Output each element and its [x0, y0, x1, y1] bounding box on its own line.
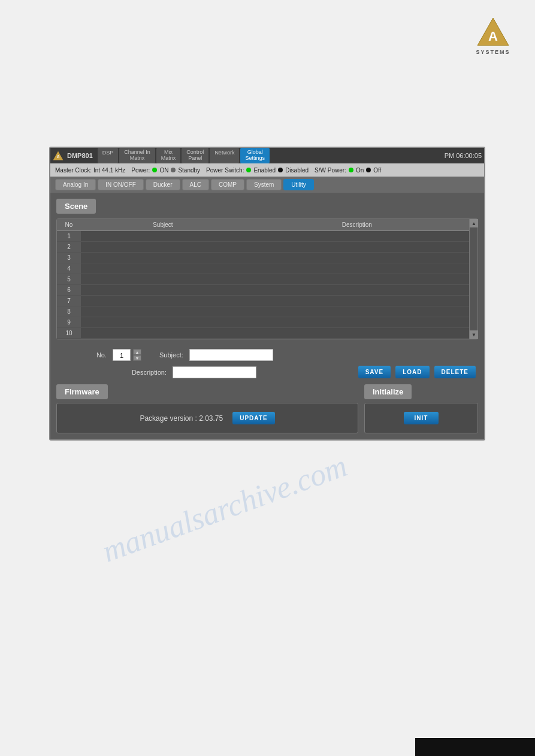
tab-in-onoff[interactable]: IN ON/OFF: [98, 179, 144, 190]
sw-power-status: S/W Power: On Off: [315, 167, 381, 174]
top-bar-logo-icon: A: [53, 150, 64, 161]
power-on-dot: [152, 168, 157, 172]
col-header-description: Description: [245, 219, 469, 231]
load-button[interactable]: LOAD: [395, 366, 429, 378]
disabled-text: Disabled: [285, 167, 309, 174]
row-subject: [81, 263, 245, 274]
no-spinner[interactable]: ▲ ▼: [133, 349, 141, 361]
delete-button[interactable]: DELETE: [434, 366, 476, 378]
svg-text:A: A: [488, 29, 498, 44]
initialize-section: Initialize INIT: [364, 384, 478, 433]
tab-channel-in-matrix[interactable]: Channel InMatrix: [119, 148, 155, 163]
row-description: [245, 274, 469, 285]
scene-no-row: No. 1 ▲ ▼ Subject:: [59, 349, 476, 361]
logo-area: A SYSTEMS: [469, 12, 517, 60]
row-subject: [81, 306, 245, 317]
enabled-dot: [246, 168, 251, 172]
power-on-text: ON: [159, 167, 168, 174]
row-no: 2: [57, 242, 81, 253]
device-name: DMP801: [67, 152, 93, 159]
tab-global-settings[interactable]: GlobalSettings: [240, 148, 270, 163]
table-row[interactable]: 7: [57, 296, 469, 306]
scene-header: Scene: [56, 199, 96, 214]
sub-tabs: Analog In IN ON/OFF Ducker ALC COMP Syst…: [50, 177, 484, 193]
table-row[interactable]: 1: [57, 231, 469, 242]
spinner-up[interactable]: ▲: [133, 349, 141, 355]
disabled-dot: [278, 168, 283, 172]
no-value-display: 1: [113, 349, 131, 361]
row-description: [245, 306, 469, 317]
table-row[interactable]: 9: [57, 317, 469, 328]
tab-ducker[interactable]: Ducker: [146, 179, 180, 190]
row-description: [245, 253, 469, 263]
firmware-header: Firmware: [56, 384, 108, 399]
power-switch-label: Power Switch:: [206, 167, 244, 174]
time-display: PM 06:00:05: [445, 152, 482, 159]
table-row[interactable]: 6: [57, 285, 469, 296]
row-no: 4: [57, 263, 81, 274]
scene-scrollbar[interactable]: ▲ ▼: [469, 219, 477, 339]
table-row[interactable]: 2: [57, 242, 469, 253]
tab-alc[interactable]: ALC: [182, 179, 209, 190]
power-standby-dot: [171, 168, 176, 172]
save-button[interactable]: SAVE: [358, 366, 391, 378]
watermark: manualsarchive.com: [98, 448, 352, 569]
firmware-version: Package version : 2.03.75: [140, 414, 223, 423]
no-label: No.: [59, 351, 107, 359]
tab-dsp[interactable]: DSP: [98, 148, 119, 163]
initialize-content: INIT: [364, 403, 478, 433]
power-status: Power: ON Standby: [131, 167, 200, 174]
row-no: 5: [57, 274, 81, 285]
row-no: 1: [57, 231, 81, 242]
row-subject: [81, 328, 245, 339]
table-row[interactable]: 10: [57, 328, 469, 339]
row-subject: [81, 285, 245, 296]
description-input[interactable]: [173, 366, 256, 378]
status-bar: Master Clock: Int 44.1 kHz Power: ON Sta…: [50, 163, 484, 177]
scene-form: No. 1 ▲ ▼ Subject: Description:: [56, 345, 478, 382]
nav-tabs: DSP Channel InMatrix MixMatrix ControlPa…: [98, 148, 445, 163]
row-description: [245, 231, 469, 242]
init-button[interactable]: INIT: [404, 412, 439, 424]
sw-off-dot: [366, 168, 371, 172]
sw-on-dot: [349, 168, 353, 172]
no-control: 1 ▲ ▼: [113, 349, 141, 361]
row-subject: [81, 231, 245, 242]
subject-label: Subject:: [159, 351, 183, 359]
power-switch-status: Power Switch: Enabled Disabled: [206, 167, 309, 174]
master-clock-label: Master Clock: Int 44.1 kHz: [55, 167, 125, 174]
row-subject: [81, 253, 245, 263]
initialize-header: Initialize: [364, 384, 412, 399]
table-row[interactable]: 5: [57, 274, 469, 285]
scene-table-container: No Subject Description 1 2 3 4: [56, 218, 478, 339]
row-subject: [81, 274, 245, 285]
row-description: [245, 296, 469, 306]
row-no: 7: [57, 296, 81, 306]
main-panel: A DMP801 DSP Channel InMatrix MixMatrix …: [49, 147, 485, 441]
table-row[interactable]: 4: [57, 263, 469, 274]
table-row[interactable]: 8: [57, 306, 469, 317]
sw-on-text: On: [356, 167, 364, 174]
scrollbar-up-btn[interactable]: ▲: [470, 219, 478, 227]
tab-utility[interactable]: Utility: [283, 179, 313, 190]
col-header-subject: Subject: [81, 219, 245, 231]
tab-comp[interactable]: COMP: [211, 179, 244, 190]
row-subject: [81, 296, 245, 306]
row-no: 3: [57, 253, 81, 263]
update-button[interactable]: UPDATE: [232, 412, 274, 424]
tab-system[interactable]: System: [246, 179, 282, 190]
row-subject: [81, 242, 245, 253]
tab-network[interactable]: Network: [210, 148, 239, 163]
tab-mix-matrix[interactable]: MixMatrix: [156, 148, 181, 163]
table-row[interactable]: 3: [57, 253, 469, 263]
spinner-down[interactable]: ▼: [133, 355, 141, 361]
tab-analog-in[interactable]: Analog In: [55, 179, 96, 190]
row-description: [245, 285, 469, 296]
description-label: Description:: [59, 369, 167, 376]
tab-control-panel[interactable]: ControlPanel: [182, 148, 208, 163]
row-description: [245, 317, 469, 328]
scrollbar-down-btn[interactable]: ▼: [470, 330, 478, 339]
scene-section: Scene No Subject Description 1 2: [56, 199, 478, 382]
subject-input[interactable]: [189, 349, 273, 361]
row-no: 10: [57, 328, 81, 339]
